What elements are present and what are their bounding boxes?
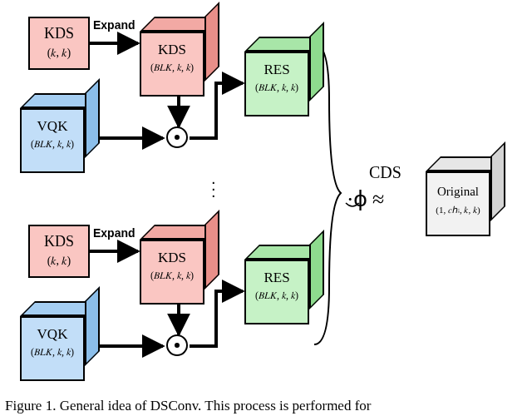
dsconv-diagram: KDS (𝑘, 𝑘) Expand KDS (𝐵𝐿𝐾, 𝑘, 𝑘) VQK (𝐵… (0, 0, 532, 399)
hadamard-bottom (166, 334, 188, 356)
vertical-dots: ··· (211, 178, 218, 198)
vqk-label-b: VQK (22, 326, 83, 343)
hadamard-top (166, 126, 188, 148)
dot-phi-approx: ·ϕ ≈ (347, 186, 384, 212)
kds-flat-top: KDS (𝑘, 𝑘) (28, 17, 90, 70)
vqk-label: VQK (22, 118, 83, 135)
original-dim: (1, 𝑐ℎᵢ, 𝑘, 𝑘) (427, 205, 489, 215)
kds-cube-label-b: KDS (141, 250, 203, 266)
vqk-dim: (𝐵𝐿𝐾, 𝑘, 𝑘) (22, 138, 83, 151)
res-label-b: RES (246, 270, 308, 286)
cds-label: CDS (369, 163, 401, 182)
res-label: RES (246, 62, 308, 78)
kds-cube-label: KDS (141, 42, 203, 58)
kds-cube-dim: (𝐵𝐿𝐾, 𝑘, 𝑘) (141, 62, 203, 74)
original-label: Original (427, 185, 489, 199)
expand-label-top: Expand (93, 18, 135, 32)
kds-dim-small: (𝑘, 𝑘) (30, 47, 88, 60)
expand-label-bottom: Expand (93, 226, 135, 240)
res-dim: (𝐵𝐿𝐾, 𝑘, 𝑘) (246, 82, 308, 94)
kds-label: KDS (30, 25, 88, 42)
kds-label-b: KDS (30, 233, 88, 250)
kds-cube-dim-b: (𝐵𝐿𝐾, 𝑘, 𝑘) (141, 270, 203, 282)
vqk-dim-b: (𝐵𝐿𝐾, 𝑘, 𝑘) (22, 346, 83, 359)
figure-caption: Figure 1. General idea of DSConv. This p… (5, 398, 529, 414)
kds-flat-bottom: KDS (𝑘, 𝑘) (28, 225, 90, 278)
kds-dim-small-b: (𝑘, 𝑘) (30, 255, 88, 268)
res-dim-b: (𝐵𝐿𝐾, 𝑘, 𝑘) (246, 290, 308, 302)
